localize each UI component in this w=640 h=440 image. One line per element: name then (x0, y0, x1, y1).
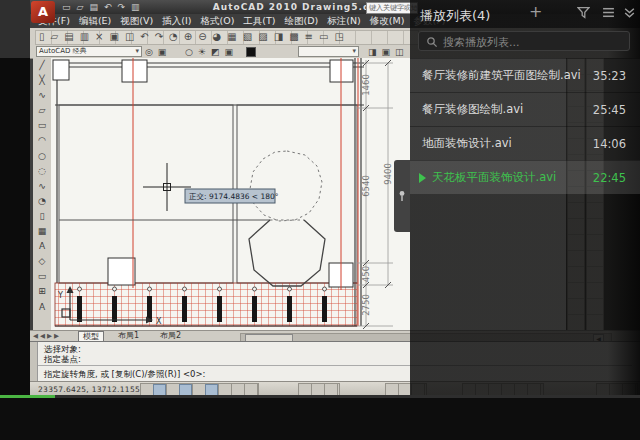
workspace-buttons: ◎▣ (145, 47, 171, 57)
video-letterbox (0, 0, 30, 58)
layer-state-icons: ○☀◩▣ (185, 47, 238, 57)
menu-modify: 修改(M) (370, 15, 405, 28)
playlist-item-4-current[interactable]: 天花板平面装饰设计.avi 22:45 (410, 160, 640, 194)
dim-text-1460: 1460 (361, 74, 371, 96)
playlist-title: 播放列表(4) (420, 7, 490, 25)
layer-tools-icons: ◨▣◫ (368, 47, 409, 57)
dim-text-9400: 9400 (383, 163, 393, 185)
dim-text-450: 450 (361, 266, 371, 282)
seek-bar[interactable] (0, 395, 640, 398)
player-control-bar: 00:40/22:45 (0, 395, 640, 440)
list-view-icon[interactable] (602, 6, 615, 19)
video-player-window: A ▭▱▤↶↷▥ AutoCAD 2010 Drawing5.dwg 键入关键字… (0, 0, 640, 440)
autocad-logo-icon: A (31, 1, 55, 23)
playlist-panel: 播放列表(4) + 搜索播放列表... 餐厅装修前建筑平面图绘制.avi 35:… (410, 0, 640, 395)
panel-pin-handle[interactable] (394, 160, 410, 232)
dim-text-2750: 2750 (361, 294, 371, 316)
tab-nav-buttons: ◀◀▶▶ (33, 332, 61, 340)
item-duration: 25:45 (593, 103, 640, 117)
add-to-playlist-button[interactable]: + (529, 2, 542, 21)
standard-toolbar-icons: ▯▱▤▥×▣◫↶↷◔⊕⊖◕▦▧▨◨▩≡▭◳ (39, 31, 350, 42)
workspace-combobox: AutoCAD 经典▾ (36, 46, 142, 57)
pin-icon (397, 190, 407, 202)
item-title: 天花板平面装饰设计.avi (410, 170, 593, 185)
menu-draw: 绘图(D) (285, 15, 319, 28)
draw-toolbar: ╱ ╳ ∿ ▱ ▭ ◠ ○ ◌ ∿ ◔ ▯ ▦ A ◇ ▭ ⊞ A (33, 58, 52, 330)
item-duration: 22:45 (593, 171, 640, 185)
menu-dimension: 标注(N) (327, 15, 361, 28)
color-swatch (246, 47, 256, 57)
playlist-search-input[interactable]: 搜索播放列表... (418, 31, 630, 51)
item-title: 餐厅装修前建筑平面图绘制.avi (410, 68, 593, 83)
command-prompt-line: 指定旋转角度, 或 [复制(C)/参照(R)] <0>: (44, 369, 205, 381)
ucs-x-label: X (156, 317, 162, 326)
item-duration: 35:23 (593, 69, 640, 83)
tab-layout2: 布局2 (156, 331, 185, 341)
now-playing-icon (419, 173, 426, 183)
search-icon (426, 36, 438, 48)
search-placeholder: 搜索播放列表... (443, 35, 520, 50)
menu-view: 视图(V) (120, 15, 153, 28)
svg-text:正交: 9174.4836 < 180°: 正交: 9174.4836 < 180° (189, 192, 279, 201)
ucs-y-label: Y (57, 291, 63, 300)
item-duration: 14:06 (593, 137, 640, 151)
playlist-item-1[interactable]: 餐厅装修前建筑平面图绘制.avi 35:23 (410, 58, 640, 92)
playlist-item-3[interactable]: 地面装饰设计.avi 14:06 (410, 126, 640, 160)
dynamic-input-tooltip: 正交: 9174.4836 < 180° (185, 189, 279, 203)
seek-bar-progress (0, 395, 55, 398)
layer-combobox: ▾ (298, 46, 359, 57)
menu-insert: 插入(I) (162, 15, 191, 28)
command-window-grip (30, 342, 38, 382)
menu-edit: 编辑(E) (79, 15, 111, 28)
filter-icon[interactable] (577, 6, 590, 19)
playlist-items: 餐厅装修前建筑平面图绘制.avi 35:23 餐厅装修图绘制.avi 25:45… (410, 58, 640, 194)
quick-access-toolbar: ▭▱▤↶↷▥ (62, 2, 146, 12)
item-title: 餐厅装修图绘制.avi (410, 102, 593, 117)
menu-tools: 工具(T) (243, 15, 275, 28)
collapse-panel-icon[interactable] (623, 6, 636, 19)
tab-layout1: 布局1 (114, 331, 143, 341)
item-title: 地面装饰设计.avi (410, 136, 593, 151)
dim-text-6540: 6540 (361, 175, 371, 197)
menu-format: 格式(O) (200, 15, 234, 28)
playlist-item-2[interactable]: 餐厅装修图绘制.avi 25:45 (410, 92, 640, 126)
